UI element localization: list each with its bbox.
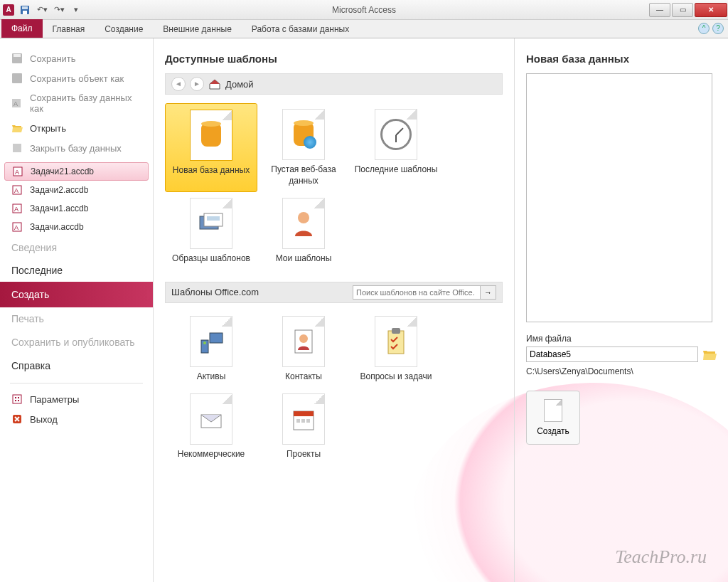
tab-file[interactable]: Файл: [1, 19, 43, 38]
recent-file-label: Задачи1.accdb: [30, 203, 88, 213]
accdb-icon: A: [11, 184, 23, 196]
template-sample-templates[interactable]: Образцы шаблонов: [165, 192, 257, 270]
svg-rect-38: [301, 419, 305, 423]
recent-file-label: Задачи.accdb: [30, 222, 84, 232]
help-icon[interactable]: ?: [712, 23, 724, 34]
template-label: Образцы шаблонов: [168, 253, 255, 265]
sidebar-save-label: Сохранить: [30, 53, 76, 64]
sidebar-print[interactable]: Печать: [0, 307, 153, 330]
sidebar-save[interactable]: Сохранить: [0, 48, 153, 68]
browse-folder-icon[interactable]: [702, 348, 717, 361]
tab-database-tools[interactable]: Работа с базами данных: [242, 21, 359, 38]
minimize-button[interactable]: —: [649, 3, 670, 17]
template-search-input[interactable]: [353, 285, 481, 300]
template-label: Активы: [168, 371, 255, 383]
template-contacts[interactable]: Контакты: [257, 310, 350, 388]
nav-back-icon[interactable]: ◄: [171, 77, 186, 91]
save-icon: [11, 53, 23, 64]
recent-file-3[interactable]: A Задачи.accdb: [0, 218, 153, 236]
clock-icon: [375, 109, 417, 160]
save-icon[interactable]: [17, 2, 33, 18]
envelope-icon: [190, 393, 232, 445]
window-controls: — ▭ ✕: [648, 1, 728, 18]
open-folder-icon: [11, 122, 23, 134]
save-object-icon: [11, 73, 23, 84]
recent-file-label: Задачи2.accdb: [30, 185, 88, 195]
recent-file-1[interactable]: A Задачи2.accdb: [0, 181, 153, 199]
sidebar-recent-heading[interactable]: Последние: [0, 259, 153, 282]
svg-text:A: A: [14, 206, 18, 213]
svg-rect-33: [392, 328, 400, 334]
clipboard-icon: [375, 316, 417, 367]
sidebar-save-db-as[interactable]: A Сохранить базу данных как: [0, 88, 153, 118]
template-blank-web-database[interactable]: Пустая веб-база данных: [257, 103, 350, 192]
web-database-icon: [282, 109, 325, 160]
template-my-templates[interactable]: Мои шаблоны: [257, 192, 350, 270]
undo-icon[interactable]: ↶▾: [34, 2, 50, 18]
sidebar-create-new[interactable]: Создать: [0, 282, 153, 307]
svg-point-26: [298, 212, 309, 223]
ribbon-minimize-icon[interactable]: ^: [698, 23, 710, 34]
svg-rect-1: [22, 6, 28, 9]
recent-file-0[interactable]: A Задачи21.accdb: [4, 162, 149, 181]
svg-rect-37: [296, 419, 300, 423]
sidebar-options[interactable]: Параметры: [0, 389, 153, 409]
sidebar-info[interactable]: Сведения: [0, 236, 153, 259]
svg-text:A: A: [14, 100, 18, 107]
template-issues[interactable]: Вопросы и задачи: [350, 310, 442, 388]
home-icon[interactable]: [208, 78, 221, 90]
new-database-pane: Новая база данных Имя файла C:\Users\Zen…: [515, 38, 728, 582]
svg-rect-19: [18, 397, 19, 398]
ribbon-tabs: Файл Главная Создание Внешние данные Раб…: [0, 20, 728, 38]
search-go-button[interactable]: →: [481, 285, 496, 300]
recent-file-2[interactable]: A Задачи1.accdb: [0, 199, 153, 218]
options-icon: [11, 393, 23, 405]
svg-rect-20: [15, 400, 16, 401]
svg-rect-32: [388, 331, 404, 354]
sidebar-save-object-label: Сохранить объект как: [30, 73, 124, 84]
template-label: Контакты: [260, 371, 347, 383]
sidebar-close-db[interactable]: Закрыть базу данных: [0, 138, 153, 158]
close-button[interactable]: ✕: [695, 3, 727, 17]
tab-external-data[interactable]: Внешние данные: [153, 21, 242, 38]
template-label: Мои шаблоны: [260, 253, 347, 265]
database-icon: [190, 110, 232, 161]
breadcrumb-home[interactable]: Домой: [225, 79, 254, 90]
sidebar-help[interactable]: Справка: [0, 354, 153, 377]
svg-text:A: A: [14, 224, 18, 231]
template-recent-templates[interactable]: Последние шаблоны: [350, 103, 442, 192]
filename-label: Имя файла: [526, 334, 717, 344]
page-icon: [544, 399, 562, 422]
maximize-button[interactable]: ▭: [672, 3, 693, 17]
recent-file-label: Задачи21.accdb: [31, 166, 94, 176]
template-new-database[interactable]: Новая база данных: [165, 103, 257, 192]
nav-forward-icon[interactable]: ►: [190, 77, 204, 91]
svg-point-29: [203, 342, 206, 344]
template-nonprofit[interactable]: Некоммерческие: [165, 388, 257, 466]
template-projects[interactable]: Проекты: [257, 388, 350, 466]
sidebar-open[interactable]: Открыть: [0, 118, 153, 138]
sidebar-exit[interactable]: Выход: [0, 409, 153, 429]
template-label: Проекты: [260, 449, 347, 460]
templates-pane: Доступные шаблоны ◄ ► Домой Новая база д…: [154, 38, 515, 582]
template-label: Пустая веб-база данных: [260, 164, 347, 186]
close-db-icon: [11, 142, 23, 154]
sidebar-save-object-as[interactable]: Сохранить объект как: [0, 68, 153, 88]
office-templates-heading: Шаблоны Office.com: [171, 287, 259, 297]
watermark: TeachPro.ru: [615, 546, 707, 568]
available-templates-heading: Доступные шаблоны: [165, 53, 503, 65]
template-assets[interactable]: Активы: [165, 310, 257, 388]
svg-rect-5: [12, 73, 22, 83]
contacts-icon: [282, 316, 325, 367]
svg-rect-2: [23, 11, 27, 14]
create-button[interactable]: Создать: [526, 391, 580, 445]
user-icon: [282, 198, 325, 249]
sidebar-save-publish[interactable]: Сохранить и опубликовать: [0, 330, 153, 354]
tab-home[interactable]: Главная: [43, 21, 95, 38]
backstage-sidebar: Сохранить Сохранить объект как A Сохрани…: [0, 38, 154, 582]
qat-dropdown-icon[interactable]: ▾: [68, 2, 84, 18]
tab-create[interactable]: Создание: [95, 21, 153, 38]
filename-input[interactable]: [526, 346, 698, 362]
svg-rect-4: [14, 54, 21, 57]
redo-icon[interactable]: ↷▾: [51, 2, 67, 18]
